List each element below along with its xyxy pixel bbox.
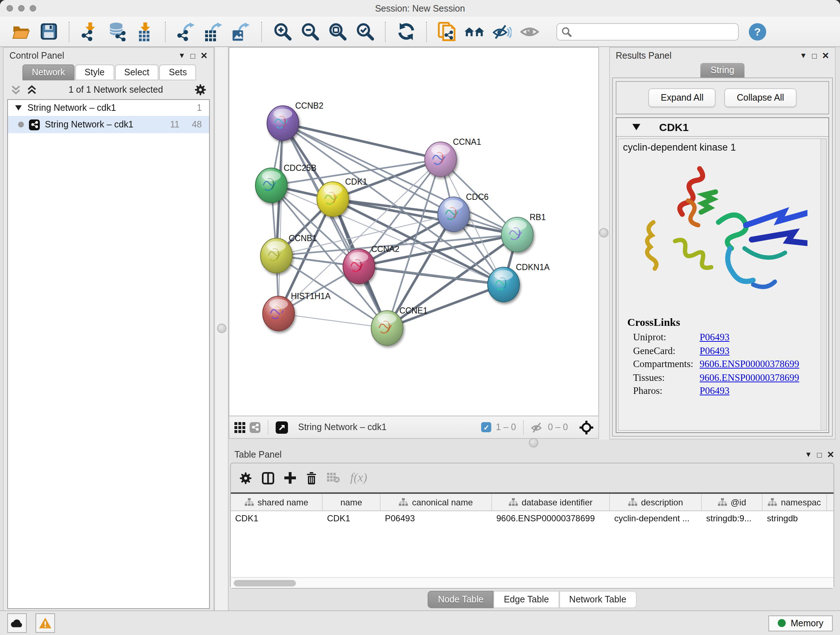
tab-network[interactable]: Network xyxy=(22,65,74,80)
scrollbar-thumb[interactable] xyxy=(234,580,296,586)
node-CCNA1[interactable]: CCNA1 xyxy=(425,137,481,177)
home-button[interactable] xyxy=(463,20,486,43)
tab-sets[interactable]: Sets xyxy=(159,65,196,80)
column-header[interactable]: name xyxy=(323,494,381,510)
zoom-in-button[interactable] xyxy=(271,20,294,43)
add-column-icon[interactable] xyxy=(284,472,296,484)
collapse-panel-icon[interactable]: ▼ xyxy=(805,450,812,458)
table-row[interactable]: CDK1CDK1P064939606.ENSP00000378699cyclin… xyxy=(231,511,834,526)
crosslink-link[interactable]: P06493 xyxy=(699,345,729,356)
export-network-button[interactable] xyxy=(174,20,197,43)
float-panel-icon[interactable]: □ xyxy=(817,450,822,459)
open-session-button[interactable] xyxy=(9,20,33,43)
expand-all-networks-icon[interactable] xyxy=(27,85,37,95)
table-cell[interactable]: stringdb:9... xyxy=(702,511,763,526)
delete-column-icon[interactable] xyxy=(306,472,317,484)
memory-button[interactable]: Memory xyxy=(768,615,833,631)
float-panel-icon[interactable]: □ xyxy=(812,51,817,60)
collapse-panel-icon[interactable]: ▼ xyxy=(178,51,186,59)
open-view-icon[interactable] xyxy=(276,421,288,433)
network-graph[interactable]: CCNB2CCNA1CDC25BCDK1CDC6RB1CCNB1CCNA2CDK… xyxy=(229,48,598,416)
tab-node-table[interactable]: Node Table xyxy=(428,591,494,608)
table-cell[interactable]: stringdb xyxy=(763,511,827,526)
table-cell[interactable]: 9606.ENSP00000378699 xyxy=(492,511,610,526)
close-panel-icon[interactable]: ✕ xyxy=(827,449,834,459)
collapse-all-button[interactable]: Collapse All xyxy=(725,88,797,107)
node-CDK1[interactable]: CDK1 xyxy=(317,177,367,217)
splitter-knob[interactable] xyxy=(529,438,538,448)
close-panel-icon[interactable]: ✕ xyxy=(201,50,208,60)
refresh-button[interactable] xyxy=(394,20,417,43)
network-view-badge-icon[interactable] xyxy=(249,422,261,432)
column-header[interactable]: canonical name xyxy=(381,494,492,510)
vertical-splitter-right[interactable] xyxy=(599,47,609,440)
warnings-button[interactable] xyxy=(35,613,55,633)
tab-network-table[interactable]: Network Table xyxy=(559,591,636,608)
table-horizontal-scrollbar[interactable] xyxy=(231,577,834,588)
import-network-from-database-button[interactable] xyxy=(106,20,129,43)
column-header[interactable]: database identifier xyxy=(492,494,610,510)
export-table-button[interactable] xyxy=(202,20,225,43)
column-header[interactable]: description xyxy=(610,494,702,510)
zoom-fit-button[interactable] xyxy=(325,20,349,43)
network-row-selected[interactable]: String Network – cdk1 11 48 xyxy=(8,116,209,133)
hidden-eye-slash-icon[interactable] xyxy=(531,422,543,432)
column-header[interactable]: @id xyxy=(702,494,763,510)
crosslink-link[interactable]: 9606.ENSP00000378699 xyxy=(699,372,799,383)
network-collection-row[interactable]: String Network – cdk1 1 xyxy=(8,100,209,116)
preview-button[interactable] xyxy=(518,20,541,43)
crosslink-link[interactable]: P06493 xyxy=(699,385,729,397)
export-image-button[interactable] xyxy=(229,20,253,43)
protein-entry-header[interactable]: CDK1 xyxy=(616,118,829,137)
node-CDC25B[interactable]: CDC25B xyxy=(256,163,317,203)
tab-style[interactable]: Style xyxy=(75,65,114,80)
tab-edge-table[interactable]: Edge Table xyxy=(494,591,559,608)
show-columns-icon[interactable] xyxy=(262,472,274,484)
import-network-from-file-button[interactable] xyxy=(78,20,101,43)
close-window-button[interactable] xyxy=(6,5,13,11)
table-cell[interactable]: P06493 xyxy=(381,511,492,526)
network-options-gear-icon[interactable] xyxy=(195,84,206,96)
search-input[interactable] xyxy=(575,26,734,37)
table-cell[interactable]: CDK1 xyxy=(323,511,381,526)
vertical-splitter-left[interactable] xyxy=(214,47,229,610)
table-cell[interactable]: CDK1 xyxy=(231,511,323,526)
splitter-knob[interactable] xyxy=(217,324,226,333)
table-cell[interactable]: cyclin-dependent ... xyxy=(610,511,702,526)
table-options-gear-icon[interactable] xyxy=(240,472,252,484)
string-import-button[interactable] xyxy=(436,20,459,43)
results-scrollbar[interactable] xyxy=(821,139,826,430)
crosslink-link[interactable]: P06493 xyxy=(699,332,729,343)
cloud-status-button[interactable] xyxy=(7,613,27,633)
tree-expand-icon[interactable] xyxy=(15,105,22,111)
crosslink-link[interactable]: 9606.ENSP00000378699 xyxy=(699,358,799,370)
node-CDC6[interactable]: CDC6 xyxy=(438,192,489,232)
crosshair-icon[interactable] xyxy=(579,420,593,434)
node-CCNB2[interactable]: CCNB2 xyxy=(267,101,324,141)
zoom-out-button[interactable] xyxy=(298,20,321,43)
grid-view-icon[interactable] xyxy=(234,422,245,432)
hide-glass-ball-effect-button[interactable] xyxy=(491,20,514,43)
selected-checkbox-icon[interactable]: ✓ xyxy=(482,422,492,432)
tab-select[interactable]: Select xyxy=(115,65,159,80)
collapse-entry-icon[interactable] xyxy=(632,124,640,130)
maximize-window-button[interactable] xyxy=(30,5,36,11)
tab-string[interactable]: String xyxy=(700,63,744,78)
column-header[interactable]: shared name xyxy=(231,494,323,510)
save-session-button[interactable] xyxy=(37,20,60,43)
splitter-knob[interactable] xyxy=(599,228,608,238)
float-panel-icon[interactable]: □ xyxy=(191,51,195,60)
collapse-all-networks-icon[interactable] xyxy=(11,85,21,95)
node-RB1[interactable]: RB1 xyxy=(501,212,546,252)
import-table-from-file-button[interactable] xyxy=(133,20,156,43)
close-panel-icon[interactable]: ✕ xyxy=(822,50,829,60)
zoom-selected-button[interactable] xyxy=(353,20,376,43)
column-header[interactable]: namespac xyxy=(763,494,827,510)
node-HIST1H1A[interactable]: HIST1H1A xyxy=(263,291,331,331)
minimize-window-button[interactable] xyxy=(18,5,25,11)
collapse-panel-icon[interactable]: ▼ xyxy=(800,51,807,59)
node-CDKN1A[interactable]: CDKN1A xyxy=(488,263,550,302)
network-canvas[interactable]: CCNB2CCNA1CDC25BCDK1CDC6RB1CCNB1CCNA2CDK… xyxy=(229,47,599,416)
help-button[interactable]: ? xyxy=(749,23,766,40)
expand-all-button[interactable]: Expand All xyxy=(649,88,716,107)
